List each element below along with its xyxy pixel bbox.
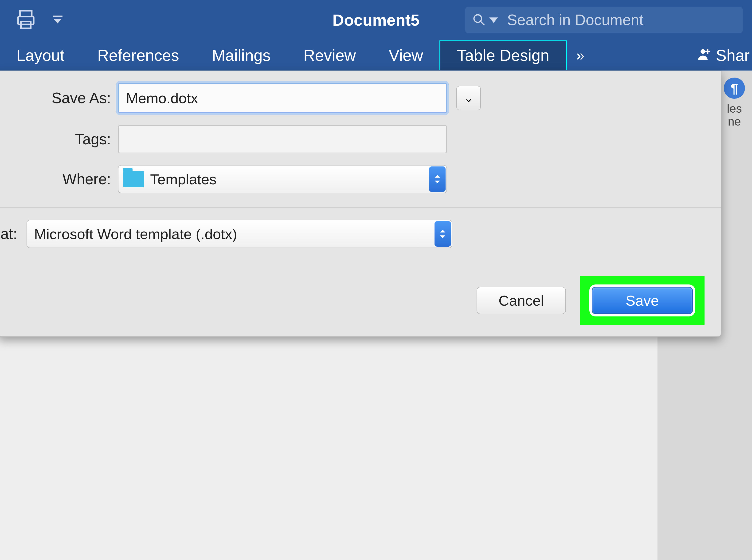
save-button-highlight: Save [580,276,705,325]
svg-marker-12 [435,181,440,183]
styles-pane-label-line2: ne [724,115,745,128]
tags-row: Tags: [19,125,700,153]
svg-point-5 [474,15,482,22]
search-icon [472,13,485,27]
where-value: Templates [150,171,217,187]
file-format-label: at: [0,225,26,243]
svg-line-6 [480,21,484,25]
svg-marker-14 [440,235,446,238]
search-placeholder: Search in Document [507,11,644,29]
stepper-icon [434,221,451,247]
tab-view[interactable]: View [372,40,440,70]
print-icon[interactable] [14,8,38,32]
title-bar: Document5 Search in Document [0,0,752,40]
share-button[interactable]: Shar [697,46,750,64]
file-format-row: at: Microsoft Word template (.dotx) [0,220,700,248]
tab-table-design[interactable]: Table Design [440,40,567,70]
svg-rect-0 [20,11,32,17]
folder-icon [123,171,144,187]
save-as-input[interactable] [118,83,447,113]
user-plus-icon [697,46,711,64]
save-as-label: Save As: [19,89,118,107]
tags-input[interactable] [118,125,447,153]
quick-access-dropdown-icon[interactable] [52,14,63,26]
svg-marker-11 [435,175,440,178]
save-dialog: Save As: ⌄ Tags: Where: Templates [0,71,721,337]
svg-marker-4 [54,19,61,23]
tab-layout[interactable]: Layout [0,40,81,70]
more-tabs-icon[interactable]: » [567,46,594,64]
tab-mailings[interactable]: Mailings [196,40,287,70]
chevron-down-icon [487,13,500,27]
tags-label: Tags: [19,131,118,148]
styles-pane-label-line1: les [724,102,745,115]
save-as-row: Save As: ⌄ [19,83,700,113]
svg-marker-13 [440,230,446,232]
where-row: Where: Templates [19,165,700,193]
svg-point-8 [700,49,705,54]
tab-references[interactable]: References [81,40,196,70]
styles-pane-button[interactable]: ¶ les ne [724,78,745,128]
cancel-button[interactable]: Cancel [476,287,566,314]
svg-marker-7 [489,17,498,23]
pilcrow-icon: ¶ [724,78,745,99]
search-field[interactable]: Search in Document [465,7,743,33]
expand-dialog-button[interactable]: ⌄ [456,86,481,110]
ribbon-tabs: Layout References Mailings Review View T… [0,40,752,71]
dialog-divider [0,207,721,208]
tab-review[interactable]: Review [287,40,372,70]
chevron-down-icon: ⌄ [464,91,473,105]
share-label: Shar [716,46,750,64]
save-button[interactable]: Save [592,287,693,314]
file-format-value: Microsoft Word template (.dotx) [34,226,237,242]
stepper-icon [429,166,446,192]
where-combo[interactable]: Templates [118,165,447,193]
file-format-combo[interactable]: Microsoft Word template (.dotx) [26,220,452,248]
svg-rect-3 [53,16,62,17]
document-title: Document5 [332,11,420,29]
quick-access-toolbar [14,8,63,32]
where-label: Where: [19,171,118,188]
dialog-footer: Cancel Save [0,276,705,325]
